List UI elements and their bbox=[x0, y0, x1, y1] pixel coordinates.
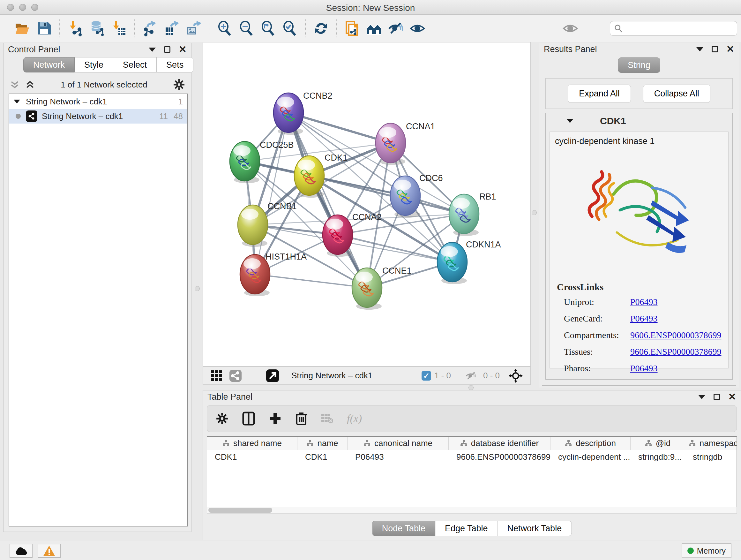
network-collection-row[interactable]: String Network – cdk1 1 bbox=[9, 94, 187, 109]
save-session-icon[interactable] bbox=[36, 19, 52, 38]
network-badge-gray-icon[interactable] bbox=[229, 369, 242, 382]
collection-expand-icon[interactable] bbox=[14, 100, 20, 104]
delete-column-icon[interactable] bbox=[295, 412, 307, 426]
bottom-splitter-handle[interactable] bbox=[468, 385, 474, 390]
zoom-in-icon[interactable] bbox=[217, 19, 232, 38]
column-header[interactable]: namespace bbox=[685, 437, 737, 450]
table-row[interactable]: CDK1 CDK1 P06493 9606.ENSP00000378699 cy… bbox=[207, 450, 737, 464]
results-panel-menu-icon[interactable] bbox=[696, 47, 703, 51]
tab-node-table[interactable]: Node Table bbox=[372, 521, 435, 536]
zoom-fit-icon[interactable] bbox=[260, 19, 276, 38]
network-node-CDK1[interactable]: CDK1 bbox=[294, 153, 347, 198]
table-horizontal-scrollbar[interactable] bbox=[207, 507, 737, 514]
warnings-button[interactable] bbox=[38, 544, 61, 558]
node-table[interactable]: shared name name canonical name database… bbox=[207, 436, 737, 514]
tab-style[interactable]: Style bbox=[75, 57, 113, 72]
network-node-CDKN1A[interactable]: CDKN1A bbox=[437, 240, 501, 284]
tab-select[interactable]: Select bbox=[113, 57, 157, 72]
add-column-icon[interactable] bbox=[268, 412, 282, 425]
tab-network-table[interactable]: Network Table bbox=[498, 521, 572, 536]
gene-section-header[interactable]: CDK1 bbox=[546, 113, 732, 129]
collection-count: 1 bbox=[179, 97, 183, 107]
expand-all-icon[interactable] bbox=[24, 79, 36, 90]
tab-edge-table[interactable]: Edge Table bbox=[435, 521, 498, 536]
column-header[interactable]: description bbox=[550, 437, 630, 450]
current-network-name: String Network – cdk1 bbox=[291, 371, 421, 381]
hide-selected-icon[interactable] bbox=[388, 19, 404, 38]
network-node-CCNB2[interactable]: CCNB2 bbox=[273, 91, 333, 135]
birdseye-grid-icon[interactable] bbox=[211, 370, 223, 382]
export-network-icon[interactable] bbox=[142, 19, 158, 38]
memory-button[interactable]: Memory bbox=[682, 543, 731, 558]
status-bar: Memory bbox=[0, 541, 741, 560]
column-header[interactable]: database identifier bbox=[449, 437, 550, 450]
import-network-file-icon[interactable] bbox=[67, 19, 83, 38]
search-input[interactable] bbox=[626, 23, 733, 34]
scrollbar-thumb[interactable] bbox=[208, 508, 272, 513]
collapse-all-icon[interactable] bbox=[9, 79, 20, 90]
network-view[interactable]: CCNB2CCNA1CDC25BCDK1CDC6RB1CCNB1CCNA2CDK… bbox=[203, 42, 531, 367]
table-panel-menu-icon[interactable] bbox=[698, 395, 705, 399]
attribute-icon bbox=[645, 440, 652, 447]
cloud-status-button[interactable] bbox=[10, 544, 32, 558]
network-node-CDC25B[interactable]: CDC25B bbox=[230, 140, 294, 183]
results-panel-close-icon[interactable]: ✕ bbox=[726, 46, 734, 52]
export-image-icon[interactable] bbox=[185, 19, 201, 38]
fit-selection-crosshair-icon[interactable] bbox=[509, 369, 523, 383]
network-node-CCNB1[interactable]: CCNB1 bbox=[238, 201, 297, 247]
refresh-view-icon[interactable] bbox=[313, 19, 329, 38]
right-splitter-handle[interactable] bbox=[532, 210, 537, 215]
tab-network[interactable]: Network bbox=[23, 57, 75, 72]
selected-items-checkbox-icon[interactable]: ✓ bbox=[421, 371, 431, 381]
open-session-icon[interactable] bbox=[14, 19, 30, 38]
control-panel-close-icon[interactable]: ✕ bbox=[179, 46, 187, 53]
left-splitter-handle[interactable] bbox=[195, 286, 200, 291]
open-in-new-window-icon[interactable] bbox=[266, 369, 279, 382]
column-header[interactable]: name bbox=[297, 437, 347, 450]
crosslink-tissues-link[interactable]: 9606.ENSP00000378699 bbox=[630, 347, 721, 357]
import-table-file-icon[interactable] bbox=[111, 19, 127, 38]
control-panel-float-icon[interactable] bbox=[164, 46, 171, 53]
control-panel-menu-icon[interactable] bbox=[149, 48, 156, 52]
network-options-gear-icon[interactable] bbox=[173, 78, 185, 91]
network-graph[interactable]: CCNB2CCNA1CDC25BCDK1CDC6RB1CCNB1CCNA2CDK… bbox=[203, 43, 530, 366]
table-panel-float-icon[interactable] bbox=[714, 394, 720, 400]
select-columns-icon[interactable] bbox=[242, 412, 255, 426]
column-header[interactable]: @id bbox=[630, 437, 685, 450]
attribute-icon bbox=[565, 440, 572, 447]
first-neighbors-icon[interactable] bbox=[366, 19, 382, 38]
node-label: CDK1 bbox=[325, 153, 347, 163]
crosslink-uniprot-link[interactable]: P06493 bbox=[630, 297, 658, 307]
show-all-icon[interactable] bbox=[409, 19, 425, 38]
column-header[interactable]: shared name bbox=[207, 437, 297, 450]
hidden-items-eye-icon[interactable] bbox=[465, 370, 477, 381]
crosslink-row: Uniprot:P06493 bbox=[557, 297, 728, 307]
results-panel-float-icon[interactable] bbox=[712, 46, 718, 52]
crosslink-compartments-link[interactable]: 9606.ENSP00000378699 bbox=[630, 330, 721, 340]
tab-sets[interactable]: Sets bbox=[157, 57, 193, 72]
network-node-CCNE1[interactable]: CCNE1 bbox=[352, 266, 412, 310]
crosslink-genecard-link[interactable]: P06493 bbox=[630, 314, 658, 324]
zoom-selected-icon[interactable] bbox=[282, 19, 298, 38]
node-label: CDC6 bbox=[419, 173, 443, 183]
table-gear-icon[interactable] bbox=[215, 412, 229, 425]
export-table-icon[interactable] bbox=[164, 19, 180, 38]
gene-collapse-icon[interactable] bbox=[567, 119, 573, 123]
import-network-database-icon[interactable] bbox=[89, 19, 105, 38]
expand-all-button[interactable]: Expand All bbox=[568, 84, 631, 103]
table-panel-close-icon[interactable]: ✕ bbox=[728, 394, 736, 400]
network-node-HIST1H1A[interactable]: HIST1H1A bbox=[240, 252, 307, 296]
crosslink-pharos-link[interactable]: P06493 bbox=[630, 363, 658, 374]
collapse-all-button[interactable]: Collapse All bbox=[643, 84, 711, 103]
network-row-selected[interactable]: String Network – cdk1 11 48 bbox=[9, 109, 187, 124]
column-header[interactable]: canonical name bbox=[347, 437, 449, 450]
network-edge[interactable] bbox=[288, 113, 391, 143]
network-node-RB1[interactable]: RB1 bbox=[449, 192, 496, 236]
duplicate-network-icon[interactable] bbox=[344, 19, 360, 38]
zoom-out-icon[interactable] bbox=[239, 19, 254, 38]
show-hide-gray-icon[interactable] bbox=[562, 19, 578, 38]
tab-string[interactable]: String bbox=[618, 57, 660, 73]
network-node-CCNA1[interactable]: CCNA1 bbox=[376, 122, 435, 165]
network-edge[interactable] bbox=[255, 274, 367, 288]
network-edge[interactable] bbox=[255, 113, 288, 274]
